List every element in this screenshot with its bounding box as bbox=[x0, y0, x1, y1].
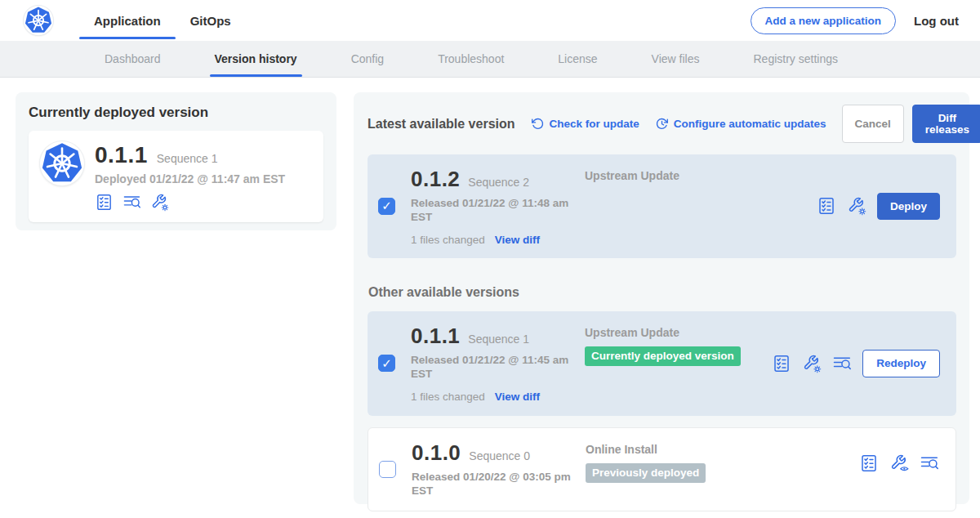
subnav-dashboard[interactable]: Dashboard bbox=[105, 41, 161, 77]
check-for-update-label: Check for update bbox=[550, 118, 639, 130]
files-changed-label: 1 files changed bbox=[411, 234, 485, 246]
version-source: Online Install Previously deployed bbox=[586, 440, 859, 483]
preflight-checklist-icon[interactable] bbox=[95, 193, 114, 212]
version-checkbox[interactable] bbox=[379, 461, 396, 478]
edit-config-wrench-icon[interactable] bbox=[802, 354, 822, 373]
other-versions-title: Other available versions bbox=[368, 285, 956, 300]
currently-deployed-badge: Currently deployed version bbox=[585, 346, 741, 366]
edit-config-wrench-icon[interactable] bbox=[847, 196, 866, 216]
preflight-checklist-icon[interactable] bbox=[859, 453, 879, 473]
version-number: 0.1.0 bbox=[412, 440, 461, 466]
diff-releases-button[interactable]: Diff releases bbox=[912, 105, 980, 143]
subnav-troubleshoot[interactable]: Troubleshoot bbox=[438, 41, 504, 77]
deployed-version-card: 0.1.1 Sequence 1 Deployed 01/21/22 @ 11:… bbox=[29, 131, 323, 222]
version-number: 0.1.1 bbox=[411, 324, 460, 349]
app-sub-nav: Dashboard Version history Config Trouble… bbox=[0, 41, 980, 78]
kubernetes-app-icon bbox=[40, 141, 84, 185]
logout-button[interactable]: Log out bbox=[914, 14, 959, 28]
version-row-0-1-1: 0.1.1 Sequence 1 Released 01/21/22 @ 11:… bbox=[368, 311, 956, 416]
preflight-checklist-icon[interactable] bbox=[772, 354, 791, 373]
tab-application[interactable]: Application bbox=[79, 0, 176, 41]
released-timestamp: Released 01/20/22 @ 03:05 pm EST bbox=[412, 471, 572, 498]
subnav-view-files[interactable]: View files bbox=[652, 41, 700, 77]
subnav-license[interactable]: License bbox=[558, 41, 597, 77]
source-label: Online Install bbox=[586, 443, 859, 456]
latest-version-header: Latest available version Check for updat… bbox=[368, 105, 956, 143]
previously-deployed-badge: Previously deployed bbox=[586, 463, 706, 483]
topnav-right: Add a new application Log out bbox=[751, 7, 980, 34]
subnav-registry-settings[interactable]: Registry settings bbox=[753, 41, 837, 77]
version-source: Upstream Update bbox=[585, 167, 817, 182]
version-info: 0.1.2 Sequence 2 Released 01/21/22 @ 11:… bbox=[411, 167, 585, 246]
version-number: 0.1.2 bbox=[411, 167, 460, 192]
clock-refresh-icon bbox=[655, 117, 669, 131]
configure-automatic-updates-link[interactable]: Configure automatic updates bbox=[655, 117, 826, 131]
deployed-card-body: 0.1.1 Sequence 1 Deployed 01/21/22 @ 11:… bbox=[95, 141, 285, 212]
deploy-button[interactable]: Deploy bbox=[877, 193, 940, 221]
released-timestamp: Released 01/21/22 @ 11:45 am EST bbox=[411, 354, 571, 382]
header-actions: Cancel Diff releases bbox=[842, 105, 980, 143]
view-diff-link[interactable]: View diff bbox=[495, 391, 540, 403]
sequence-label: Sequence 0 bbox=[469, 449, 530, 462]
deploy-logs-icon[interactable] bbox=[832, 354, 852, 373]
cancel-button[interactable]: Cancel bbox=[842, 105, 904, 143]
sequence-label: Sequence 2 bbox=[468, 176, 529, 189]
add-new-application-button[interactable]: Add a new application bbox=[751, 7, 897, 34]
deployed-card-actions bbox=[95, 193, 285, 212]
currently-deployed-panel: Currently deployed version 0.1.1 Sequenc… bbox=[16, 92, 336, 230]
deploy-logs-icon[interactable] bbox=[920, 453, 939, 473]
preflight-checklist-icon[interactable] bbox=[817, 196, 836, 216]
refresh-icon bbox=[531, 117, 545, 131]
deployed-sequence-label: Sequence 1 bbox=[157, 152, 218, 165]
source-label: Upstream Update bbox=[585, 169, 817, 182]
source-label: Upstream Update bbox=[585, 326, 772, 339]
version-row-0-1-2: 0.1.2 Sequence 2 Released 01/21/22 @ 11:… bbox=[368, 154, 956, 258]
sequence-label: Sequence 1 bbox=[468, 333, 529, 346]
top-nav: Application GitOps Add a new application… bbox=[0, 0, 980, 41]
deployed-version-number: 0.1.1 bbox=[95, 142, 148, 168]
latest-version-title: Latest available version bbox=[368, 117, 515, 132]
subnav-config[interactable]: Config bbox=[351, 41, 384, 77]
configure-automatic-updates-label: Configure automatic updates bbox=[674, 118, 826, 130]
view-config-wrench-icon[interactable] bbox=[889, 453, 909, 473]
version-info: 0.1.1 Sequence 1 Released 01/21/22 @ 11:… bbox=[411, 324, 585, 403]
edit-config-wrench-icon[interactable] bbox=[150, 193, 169, 212]
subnav-version-history[interactable]: Version history bbox=[215, 41, 297, 77]
view-diff-link[interactable]: View diff bbox=[495, 234, 540, 246]
deployed-timestamp: Deployed 01/21/22 @ 11:47 am EST bbox=[95, 172, 285, 185]
version-source: Upstream Update Currently deployed versi… bbox=[585, 324, 772, 366]
redeploy-button[interactable]: Redeploy bbox=[862, 350, 940, 377]
version-checkbox[interactable] bbox=[378, 198, 395, 215]
kubernetes-logo bbox=[24, 6, 53, 35]
version-actions: Redeploy bbox=[772, 350, 940, 377]
version-history-panel: Latest available version Check for updat… bbox=[354, 92, 969, 504]
currently-deployed-title: Currently deployed version bbox=[29, 105, 323, 121]
topnav-tabs: Application GitOps bbox=[79, 0, 246, 41]
files-changed-label: 1 files changed bbox=[411, 391, 485, 403]
tab-gitops[interactable]: GitOps bbox=[176, 0, 246, 41]
check-for-update-link[interactable]: Check for update bbox=[531, 117, 639, 131]
version-row-0-1-0: 0.1.0 Sequence 0 Released 01/20/22 @ 03:… bbox=[368, 427, 956, 511]
deploy-logs-icon[interactable] bbox=[122, 193, 141, 212]
version-info: 0.1.0 Sequence 0 Released 01/20/22 @ 03:… bbox=[412, 440, 586, 498]
version-checkbox[interactable] bbox=[378, 355, 395, 372]
version-actions: Deploy bbox=[817, 193, 940, 221]
version-actions bbox=[859, 453, 939, 473]
released-timestamp: Released 01/21/22 @ 11:48 am EST bbox=[411, 197, 571, 225]
